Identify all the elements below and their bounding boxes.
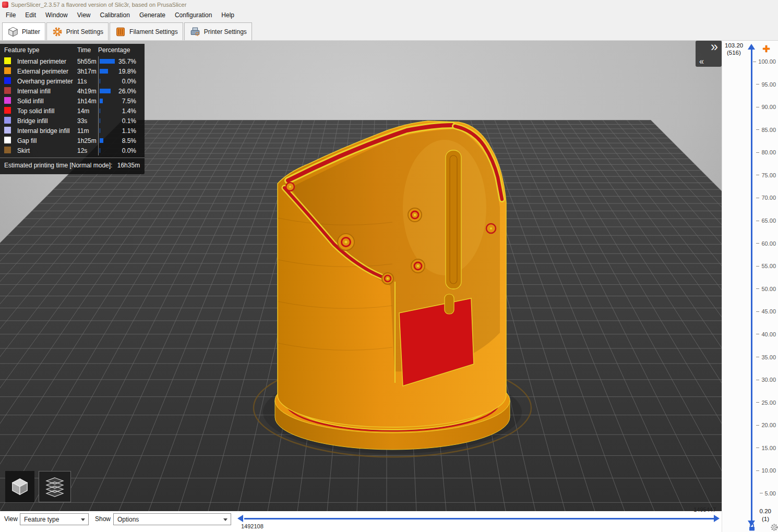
tick-mark <box>756 448 759 448</box>
layer-tick: 95.00 <box>722 81 776 88</box>
legend-row: Internal bridge infill 11m 1.1% <box>0 126 145 136</box>
feature-time: 5h55m <box>77 58 98 65</box>
preview-view-button[interactable] <box>39 471 71 502</box>
tick-mark <box>756 243 759 244</box>
feature-percentage: 35.7% <box>98 56 145 66</box>
feature-time: 33s <box>77 117 98 125</box>
feature-color-swatch <box>4 127 11 134</box>
cube-view-icon <box>10 477 30 497</box>
feature-color-swatch <box>4 67 11 74</box>
tick-label: 40.00 <box>761 331 776 337</box>
hslider-left-arrow[interactable] <box>237 515 243 522</box>
tab-filament-settings[interactable]: Filament Settings <box>110 22 183 40</box>
view-label: View <box>4 515 18 523</box>
tick-label: 85.00 <box>761 127 776 133</box>
hslider-right-arrow[interactable] <box>714 515 720 522</box>
layer-tick: 15.00 <box>722 445 776 451</box>
menu-item[interactable]: Edit <box>20 10 41 20</box>
screw-boss <box>382 273 393 284</box>
feature-label: Gap fill <box>17 137 77 144</box>
lock-icon[interactable] <box>748 523 756 531</box>
feature-color-swatch <box>4 57 11 64</box>
hslider-max-value: 1495447 <box>677 506 716 513</box>
legend-rows: Internal perimeter 5h55m 35.7% External … <box>0 56 145 155</box>
feature-percentage: 0.0% <box>98 146 145 155</box>
tab-platter[interactable]: Platter <box>2 22 45 40</box>
tick-mark <box>756 129 759 130</box>
layer-tick: 30.00 <box>722 377 776 383</box>
tick-mark <box>756 470 759 471</box>
filament-icon <box>115 26 126 38</box>
app-logo-icon <box>2 2 8 8</box>
tick-mark <box>756 425 759 426</box>
menu-item[interactable]: Window <box>41 10 73 20</box>
feature-percentage: 26.0% <box>98 86 145 96</box>
tick-mark <box>756 357 759 357</box>
menu-item[interactable]: Help <box>217 10 239 20</box>
bottom-bar: View Feature type Show Options <box>0 511 722 532</box>
legend-row: Gap fill 1h25m 8.5% <box>0 136 145 146</box>
tick-mark <box>756 334 759 334</box>
gear-icon[interactable] <box>770 523 778 531</box>
tick-mark <box>756 380 759 380</box>
tab-label: Platter <box>22 28 40 35</box>
menu-item[interactable]: File <box>1 10 20 20</box>
tick-label: 70.00 <box>761 195 776 201</box>
tick-label: 5.00 <box>765 490 776 497</box>
tick-label: 60.00 <box>761 240 776 247</box>
percentage-text: 35.7% <box>118 58 136 65</box>
tab-printer-settings[interactable]: Printer Settings <box>184 22 252 40</box>
feature-time: 11m <box>77 127 98 135</box>
tick-label: 100.00 <box>758 58 776 65</box>
legend-row: Top solid infill 14m 1.4% <box>0 106 145 116</box>
legend-row: External perimeter 3h17m 19.8% <box>0 66 145 76</box>
editor-view-button[interactable] <box>5 471 34 502</box>
percentage-bar <box>100 79 100 83</box>
collapse-toolbar-button[interactable]: » « <box>696 41 722 67</box>
tick-label: 90.00 <box>761 104 776 110</box>
hslider-min-value: 1492108 <box>241 523 264 529</box>
view-mode-select[interactable]: Feature type <box>20 513 89 525</box>
estimated-time-value: 16h35m <box>117 162 140 169</box>
tick-label: 25.00 <box>761 400 776 406</box>
horizontal-range-slider[interactable] <box>244 518 714 519</box>
percentage-bar <box>100 108 100 113</box>
add-layer-range-icon[interactable] <box>762 44 771 53</box>
layer-tick: 75.00 <box>722 172 776 178</box>
sliced-model <box>254 121 531 457</box>
percentage-bar <box>100 89 111 93</box>
tab-print-settings[interactable]: Print Settings <box>46 22 109 40</box>
tick-mark <box>756 402 759 403</box>
tick-label: 10.00 <box>761 467 776 474</box>
legend-row: Overhang perimeter 11s 0.0% <box>0 76 145 86</box>
layer-tick: 90.00 <box>722 104 776 110</box>
percentage-bar <box>100 138 103 143</box>
legend-row: Solid infill 1h14m 7.5% <box>0 96 145 106</box>
tick-mark <box>756 198 759 198</box>
percentage-text: 8.5% <box>122 137 136 144</box>
percentage-bar <box>100 59 115 64</box>
menu-item[interactable]: Configuration <box>170 10 217 20</box>
percentage-text: 0.0% <box>122 147 136 154</box>
percentage-text: 7.5% <box>122 98 136 105</box>
show-options-select[interactable]: Options <box>113 513 231 525</box>
feature-label: Bridge infill <box>17 117 77 125</box>
percentage-text: 1.1% <box>122 127 136 135</box>
menu-item[interactable]: Generate <box>135 10 170 20</box>
feature-color-swatch <box>4 107 11 114</box>
legend-col-percentage: Percentage <box>98 46 149 54</box>
show-label: Show <box>95 515 111 523</box>
layer-height-ticks: 100.00 95.00 90.00 85.00 <box>722 58 776 497</box>
small-slot <box>445 294 454 314</box>
feature-label: Internal perimeter <box>17 58 77 65</box>
feature-color-swatch <box>4 77 11 84</box>
tab-label: Print Settings <box>66 28 103 35</box>
menu-item[interactable]: View <box>73 10 95 20</box>
layer-top-index: (516) <box>727 50 741 56</box>
menu-item[interactable]: Calibration <box>95 10 135 20</box>
tick-label: 95.00 <box>761 81 776 88</box>
percentage-text: 0.1% <box>122 117 136 125</box>
feature-time: 11s <box>77 78 98 85</box>
feature-time: 14m <box>77 107 98 115</box>
menu-bar: File Edit Window View Calibration Genera… <box>0 9 778 21</box>
